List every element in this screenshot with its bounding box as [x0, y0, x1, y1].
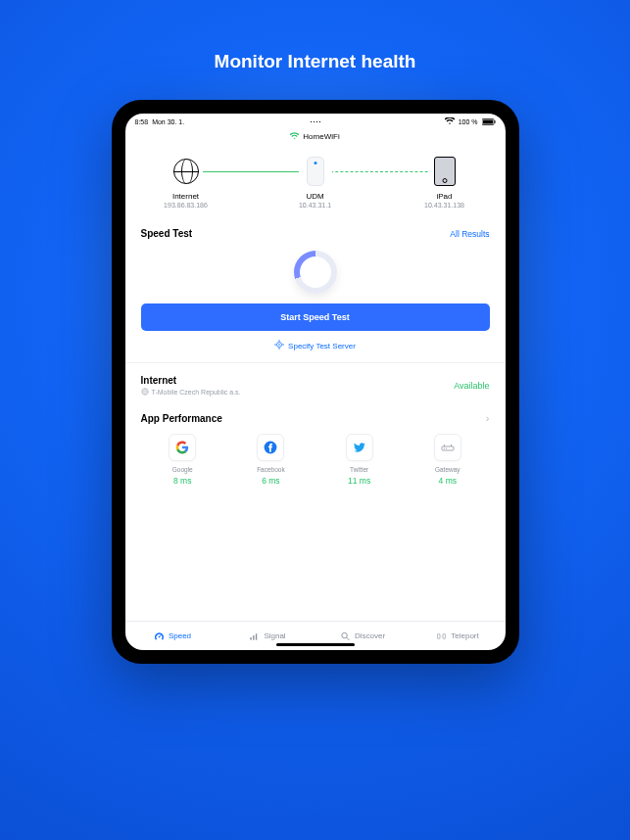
node-ip: 10.43.31.1 — [299, 202, 331, 209]
app-latency: 11 ms — [348, 476, 370, 486]
app-name: Gateway — [435, 466, 460, 473]
nav-label: Speed — [169, 631, 191, 640]
app-name: Google — [172, 466, 193, 473]
specify-label: Specify Test Server — [288, 342, 356, 350]
internet-status: Available — [454, 381, 489, 391]
twitter-icon — [346, 434, 373, 461]
topology-node-udm[interactable]: UDM 10.43.31.1 — [276, 155, 355, 209]
start-speed-test-button[interactable]: Start Speed Test — [141, 303, 490, 331]
internet-section[interactable]: Internet T-Mobile Czech Republic a.s. Av… — [141, 365, 490, 398]
node-label: Internet — [172, 192, 199, 201]
topology-node-internet[interactable]: Internet 193.86.83.186 — [147, 155, 225, 209]
svg-rect-15 — [254, 635, 255, 640]
node-ip: 193.86.83.186 — [164, 202, 208, 209]
svg-point-4 — [278, 344, 280, 346]
battery-icon — [482, 118, 496, 126]
nav-label: Discover — [355, 631, 385, 640]
app-card-gateway[interactable]: Gateway 4 ms — [406, 434, 489, 486]
wifi-name: HomeWiFi — [303, 132, 339, 141]
tablet-frame: 8:58 Mon 30. 1. 100 % HomeWiFi — [112, 100, 519, 664]
speed-icon — [154, 630, 165, 641]
battery-percent: 100 % — [459, 118, 478, 125]
svg-line-18 — [347, 637, 349, 639]
ipad-icon — [434, 157, 456, 186]
status-date: Mon 30. 1. — [152, 118, 184, 125]
status-dots-icon — [310, 120, 321, 123]
topology-node-ipad[interactable]: iPad 10.43.31.138 — [406, 155, 484, 209]
svg-rect-9 — [442, 446, 454, 450]
all-results-link[interactable]: All Results — [450, 229, 489, 239]
wifi-icon — [445, 117, 455, 126]
svg-point-13 — [446, 448, 447, 449]
speed-test-header: Speed Test All Results — [141, 228, 490, 239]
speed-gauge-icon — [294, 251, 337, 294]
target-icon — [274, 340, 284, 351]
wifi-mini-icon — [290, 132, 299, 141]
app-name: Twitter — [350, 466, 368, 473]
speed-gauge-wrap — [141, 239, 490, 303]
app-latency: 4 ms — [439, 476, 457, 486]
globe-icon — [173, 159, 199, 184]
app-card-twitter[interactable]: Twitter 11 ms — [317, 434, 401, 486]
hero-title: Monitor Internet health — [215, 51, 416, 72]
google-icon — [169, 434, 196, 461]
svg-rect-16 — [256, 633, 257, 639]
teleport-icon — [436, 630, 447, 641]
isp-globe-icon — [141, 388, 149, 397]
facebook-icon — [257, 434, 284, 461]
app-latency: 6 ms — [262, 476, 279, 486]
svg-point-17 — [342, 632, 348, 638]
status-bar: 8:58 Mon 30. 1. 100 % — [125, 114, 506, 128]
app-card-google[interactable]: Google 8 ms — [141, 434, 224, 486]
gateway-icon — [434, 434, 461, 461]
isp-name: T-Mobile Czech Republic a.s. — [152, 389, 241, 396]
internet-title: Internet — [141, 375, 241, 386]
svg-point-12 — [444, 448, 445, 449]
nav-teleport[interactable]: Teleport — [411, 622, 506, 650]
screen: 8:58 Mon 30. 1. 100 % HomeWiFi — [125, 114, 506, 650]
app-latency: 8 ms — [173, 476, 191, 486]
node-ip: 10.43.31.138 — [424, 202, 464, 209]
specify-test-server-link[interactable]: Specify Test Server — [141, 331, 490, 360]
app-performance-grid: Google 8 ms Facebook 6 ms Twitter 11 ms — [141, 434, 490, 486]
app-name: Facebook — [257, 466, 285, 473]
svg-rect-19 — [438, 633, 440, 638]
node-label: UDM — [306, 192, 323, 201]
app-card-facebook[interactable]: Facebook 6 ms — [229, 434, 313, 486]
discover-icon — [340, 630, 351, 641]
status-time: 8:58 — [135, 118, 149, 125]
udm-icon — [307, 157, 324, 186]
speed-test-title: Speed Test — [141, 228, 193, 239]
chevron-right-icon: › — [486, 412, 490, 424]
svg-rect-1 — [483, 119, 493, 123]
home-indicator[interactable] — [276, 643, 355, 646]
svg-rect-2 — [494, 120, 495, 123]
svg-rect-14 — [251, 636, 252, 639]
svg-rect-20 — [443, 633, 445, 638]
signal-icon — [249, 630, 260, 641]
network-topology: Internet 193.86.83.186 UDM 10.43.31.1 iP… — [125, 149, 506, 218]
divider — [125, 362, 506, 363]
nav-speed[interactable]: Speed — [125, 622, 220, 650]
app-performance-title: App Performance — [141, 413, 222, 424]
wifi-name-row[interactable]: HomeWiFi — [125, 128, 506, 149]
app-performance-header[interactable]: App Performance › — [141, 412, 490, 424]
nav-label: Teleport — [451, 631, 478, 640]
nav-label: Signal — [264, 631, 285, 640]
node-label: iPad — [436, 192, 452, 201]
